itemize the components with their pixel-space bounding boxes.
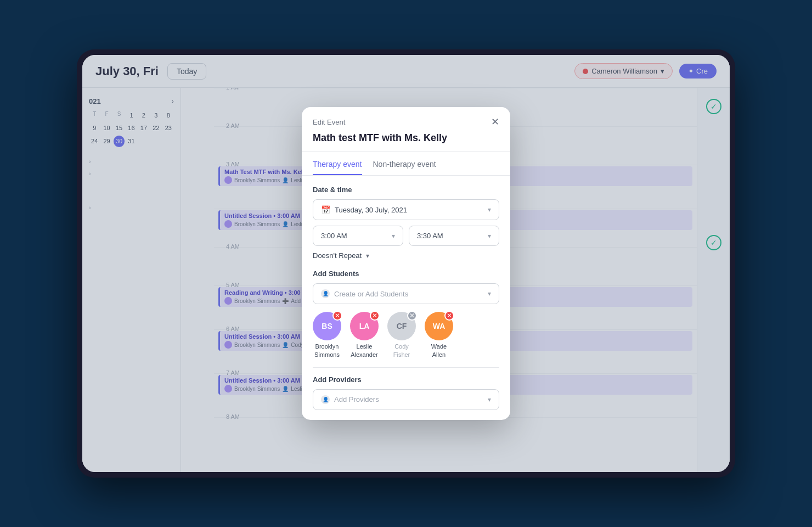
- add-students-dropdown-inner: 👤 Create or Add Students: [321, 289, 408, 298]
- add-students-placeholder: Create or Add Students: [334, 290, 408, 298]
- add-providers-placeholder: Add Providers: [334, 395, 379, 403]
- student-name-wade: WadeAllen: [431, 343, 447, 358]
- time-end-value: 3:30 AM: [417, 232, 443, 240]
- date-selector[interactable]: 📅 Tuesday, 30 July, 2021 ▾: [313, 199, 499, 220]
- time-end-selector[interactable]: 3:30 AM ▾: [409, 226, 499, 246]
- datetime-section-label: Date & time: [313, 186, 499, 194]
- date-value: Tuesday, 30 July, 2021: [335, 206, 407, 214]
- divider: [313, 367, 499, 368]
- student-name-cody: CodyFisher: [393, 343, 410, 358]
- student-avatar-wrap-cody: CF ✕: [387, 312, 416, 340]
- student-name-brooklyn: BrooklynSimmons: [314, 343, 340, 358]
- add-providers-label: Add Providers: [313, 375, 499, 384]
- add-providers-dropdown-inner: 👤 Add Providers: [321, 395, 379, 404]
- time-end-chevron-icon: ▾: [488, 232, 491, 240]
- repeat-label: Doesn't Repeat: [313, 251, 362, 260]
- student-avatar-wrap-wade: WA ✕: [425, 312, 453, 340]
- tab-non-therapy-event[interactable]: Non-therapy event: [373, 160, 436, 175]
- tablet-frame: July 30, Fri Today Cameron Williamson ▾ …: [77, 49, 735, 478]
- time-selectors: 3:00 AM ▾ 3:30 AM ▾: [313, 226, 499, 246]
- students-avatars: BS ✕ BrooklynSimmons LA ✕: [313, 312, 499, 358]
- person-icon: 👤: [321, 289, 330, 298]
- student-item-cody: CF ✕ CodyFisher: [387, 312, 416, 358]
- date-selector-inner: 📅 Tuesday, 30 July, 2021: [321, 205, 407, 214]
- time-start-selector[interactable]: 3:00 AM ▾: [313, 226, 403, 246]
- tablet-screen: July 30, Fri Today Cameron Williamson ▾ …: [82, 55, 730, 472]
- date-chevron-down-icon: ▾: [488, 206, 491, 214]
- modal-event-title: Math test MTF with Ms. Kelly: [302, 127, 510, 152]
- modal-overlay: Edit Event ✕ Math test MTF with Ms. Kell…: [82, 55, 730, 472]
- students-chevron-icon: ▾: [488, 290, 491, 298]
- modal-tabs: Therapy event Non-therapy event: [302, 152, 510, 176]
- student-item-brooklyn: BS ✕ BrooklynSimmons: [313, 312, 341, 358]
- add-students-section: Add Students 👤 Create or Add Students ▾: [313, 270, 499, 358]
- datetime-section: Date & time 📅 Tuesday, 30 July, 2021 ▾ 3…: [313, 186, 499, 260]
- repeat-selector[interactable]: Doesn't Repeat ▾: [313, 251, 499, 260]
- time-start-value: 3:00 AM: [321, 232, 347, 240]
- student-item-leslie: LA ✕ LeslieAlexander: [350, 312, 379, 358]
- add-providers-section: Add Providers 👤 Add Providers ▾: [313, 367, 499, 410]
- student-remove-brooklyn[interactable]: ✕: [332, 311, 342, 321]
- student-remove-leslie[interactable]: ✕: [370, 311, 380, 321]
- add-providers-dropdown[interactable]: 👤 Add Providers ▾: [313, 389, 499, 410]
- time-start-chevron-icon: ▾: [392, 232, 395, 240]
- add-students-label: Add Students: [313, 270, 499, 278]
- student-remove-cody[interactable]: ✕: [407, 311, 417, 321]
- student-avatar-wrap-leslie: LA ✕: [350, 312, 379, 340]
- add-students-dropdown[interactable]: 👤 Create or Add Students ▾: [313, 283, 499, 304]
- student-item-wade: WA ✕ WadeAllen: [425, 312, 453, 358]
- repeat-chevron-icon: ▾: [366, 252, 369, 260]
- modal-header-title: Edit Event: [313, 118, 345, 126]
- edit-event-modal: Edit Event ✕ Math test MTF with Ms. Kell…: [302, 107, 510, 420]
- provider-person-icon: 👤: [321, 395, 330, 404]
- student-avatar-wrap-brooklyn: BS ✕: [313, 312, 341, 340]
- modal-header: Edit Event ✕: [302, 107, 510, 127]
- modal-close-button[interactable]: ✕: [491, 117, 499, 127]
- student-remove-wade[interactable]: ✕: [444, 311, 454, 321]
- providers-chevron-icon: ▾: [488, 396, 491, 403]
- student-name-leslie: LeslieAlexander: [351, 343, 378, 358]
- tab-therapy-event[interactable]: Therapy event: [313, 160, 362, 175]
- calendar-icon: 📅: [321, 205, 330, 214]
- modal-body: Date & time 📅 Tuesday, 30 July, 2021 ▾ 3…: [302, 176, 510, 420]
